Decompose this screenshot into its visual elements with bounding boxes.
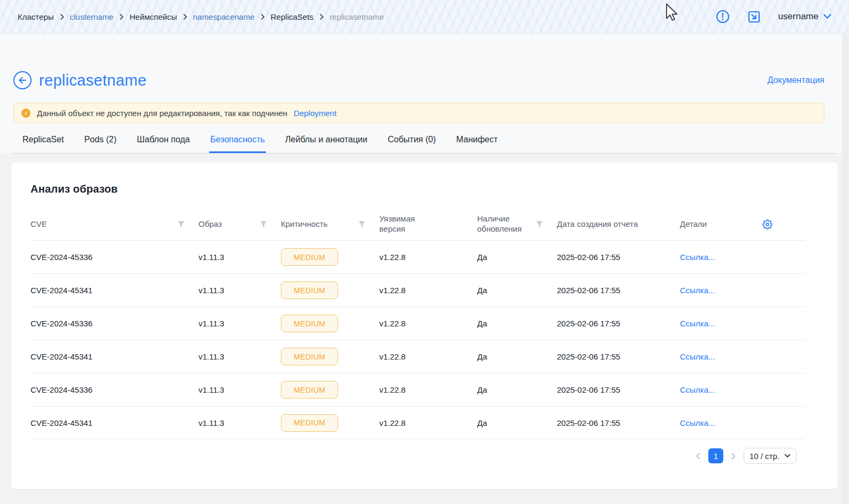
severity-badge: MEDIUM [281, 315, 338, 332]
cell-image: v1.11.3 [198, 253, 281, 262]
column-header-update-available[interactable]: Наличие обновления [477, 214, 557, 234]
column-label: Дата создания отчета [557, 219, 638, 230]
table-header-row: CVE Образ Критичность Уязвимая версия На… [30, 208, 805, 240]
cell-report-date: 2025-02-06 17:55 [557, 385, 680, 394]
table-row: CVE-2024-45336 v1.11.3 MEDIUM v1.22.8 Да… [30, 240, 805, 273]
breadcrumb-namespaces[interactable]: Неймспейсы [129, 12, 177, 21]
deployment-link[interactable]: Deployment [294, 109, 336, 118]
cell-report-date: 2025-02-06 17:55 [557, 319, 680, 328]
cell-cve: CVE-2024-45341 [30, 418, 198, 427]
tab-pod-template[interactable]: Шаблон пода [136, 132, 191, 153]
documentation-link[interactable]: Документация [768, 75, 824, 85]
cell-image: v1.11.3 [198, 319, 281, 328]
tab-manifest[interactable]: Манифест [455, 132, 499, 153]
cell-report-date: 2025-02-06 17:55 [557, 286, 680, 295]
column-label: Образ [198, 219, 222, 230]
severity-badge: MEDIUM [281, 281, 338, 299]
column-label: Детали [680, 219, 707, 230]
breadcrumb-clusters[interactable]: Кластеры [18, 12, 54, 21]
page-title: replicasetname [39, 72, 147, 89]
cell-image: v1.11.3 [198, 385, 281, 394]
table-row: CVE-2024-45336 v1.11.3 MEDIUM v1.22.8 Да… [30, 373, 805, 406]
chevron-right-icon [183, 13, 187, 20]
severity-badge: MEDIUM [281, 248, 338, 266]
vertical-scrollbar[interactable] [842, 34, 849, 504]
breadcrumb-namespacename[interactable]: namespacename [193, 12, 255, 21]
column-label: Наличие обновления [477, 214, 536, 234]
cell-image: v1.11.3 [198, 352, 281, 361]
chevron-right-icon [261, 13, 265, 20]
cve-table: CVE Образ Критичность Уязвимая версия На… [30, 208, 805, 439]
details-link[interactable]: Ссылка... [680, 385, 715, 394]
column-label: Критичность [281, 219, 327, 230]
tab-bar: ReplicaSet Pods (2) Шаблон пода Безопасн… [21, 132, 838, 153]
topbar-actions: username [716, 10, 831, 24]
pagination-page-1[interactable]: 1 [708, 448, 723, 463]
cell-vulnerable-version: v1.22.8 [379, 286, 477, 295]
tab-security[interactable]: Безопасность [209, 132, 266, 153]
severity-badge: MEDIUM [281, 381, 338, 399]
column-header-cve[interactable]: CVE [30, 219, 198, 230]
image-analysis-card: Анализ образов CVE Образ Критичность Уяз… [11, 163, 838, 489]
cell-image: v1.11.3 [198, 286, 281, 295]
chevron-left-icon [696, 453, 700, 460]
readonly-warning-banner: i Данный объект не доступен для редактир… [13, 103, 824, 123]
table-settings-gear-icon[interactable] [762, 219, 772, 230]
details-link[interactable]: Ссылка... [680, 253, 715, 262]
filter-icon[interactable] [260, 221, 267, 228]
page-size-select[interactable]: 10 / стр. [744, 448, 797, 464]
tab-replicaset[interactable]: ReplicaSet [21, 132, 65, 153]
cell-vulnerable-version: v1.22.8 [379, 352, 477, 361]
page-size-value: 10 / стр. [749, 452, 779, 461]
username-label: username [778, 11, 819, 22]
tab-pods[interactable]: Pods (2) [83, 132, 117, 153]
details-link[interactable]: Ссылка... [680, 352, 715, 361]
column-header-image[interactable]: Образ [198, 219, 281, 230]
cell-cve: CVE-2024-45336 [30, 253, 198, 262]
alert-circle-icon[interactable] [716, 10, 730, 24]
info-icon: i [21, 109, 30, 118]
details-link[interactable]: Ссылка... [680, 286, 715, 295]
chevron-right-icon [119, 13, 124, 20]
chevron-right-icon [319, 13, 324, 20]
table-row: CVE-2024-45336 v1.11.3 MEDIUM v1.22.8 Да… [30, 307, 805, 340]
cell-report-date: 2025-02-06 17:55 [557, 253, 680, 262]
details-link[interactable]: Ссылка... [680, 418, 715, 427]
filter-icon[interactable] [536, 221, 543, 228]
external-link-icon[interactable] [747, 10, 761, 24]
chevron-down-icon [823, 14, 831, 19]
chevron-right-icon [731, 453, 736, 460]
details-link[interactable]: Ссылка... [680, 319, 715, 328]
breadcrumb-clustername[interactable]: clustername [70, 12, 114, 21]
section-title: Анализ образов [30, 183, 819, 195]
pagination-prev-button[interactable] [693, 448, 703, 463]
cell-vulnerable-version: v1.22.8 [379, 418, 477, 427]
arrow-left-icon [18, 77, 27, 84]
breadcrumb-current-replicasetname: replicasetname [330, 12, 384, 21]
cell-report-date: 2025-02-06 17:55 [557, 352, 680, 361]
tab-events[interactable]: События (0) [387, 132, 437, 153]
cell-cve: CVE-2024-45341 [30, 352, 198, 361]
cell-update-available: Да [477, 418, 557, 427]
column-header-details: Детали [680, 219, 762, 230]
cell-update-available: Да [477, 319, 557, 328]
back-button[interactable] [13, 71, 32, 89]
table-row: CVE-2024-45341 v1.11.3 MEDIUM v1.22.8 Да… [30, 340, 805, 373]
filter-icon[interactable] [178, 221, 185, 228]
table-row: CVE-2024-45341 v1.11.3 MEDIUM v1.22.8 Да… [30, 273, 805, 307]
cell-update-available: Да [477, 352, 557, 361]
severity-badge: MEDIUM [281, 414, 338, 432]
pagination-next-button[interactable] [728, 448, 739, 463]
cell-vulnerable-version: v1.22.8 [379, 253, 477, 262]
column-header-report-date: Дата создания отчета [557, 219, 680, 230]
banner-text: Данный объект не доступен для редактиров… [37, 109, 287, 118]
column-label: Уязвимая версия [379, 214, 439, 234]
tab-labels-annotations[interactable]: Лейблы и аннотации [284, 132, 369, 153]
column-header-severity[interactable]: Критичность [281, 219, 379, 230]
filter-icon[interactable] [358, 221, 365, 228]
user-menu[interactable]: username [778, 11, 831, 22]
top-navigation-bar: Кластеры clustername Неймспейсы namespac… [0, 0, 849, 34]
breadcrumb-replicasets[interactable]: ReplicaSets [271, 12, 313, 21]
cell-vulnerable-version: v1.22.8 [379, 385, 477, 394]
chevron-right-icon [60, 13, 64, 20]
